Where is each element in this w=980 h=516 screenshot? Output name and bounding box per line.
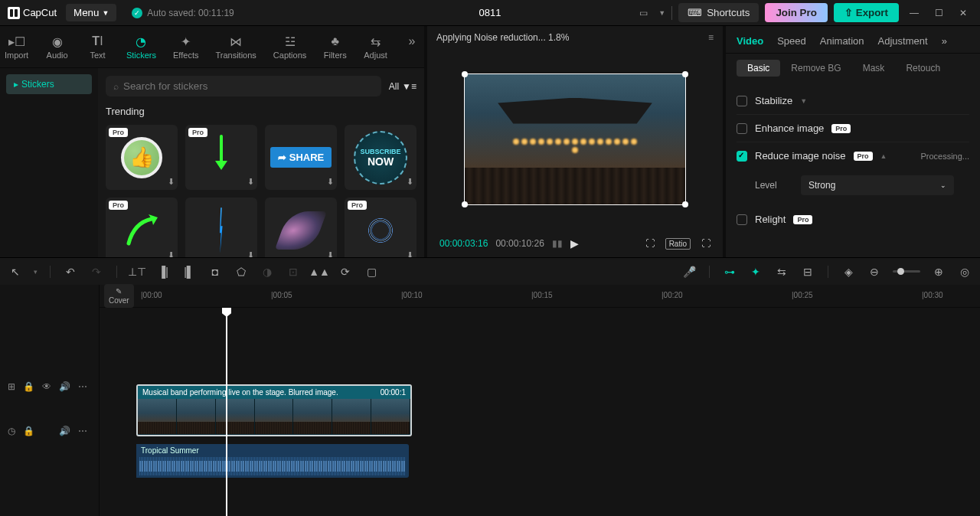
fullscreen-icon[interactable]: ⛶ xyxy=(701,238,710,249)
tabs-more-icon[interactable]: » xyxy=(942,35,947,47)
tab-audio[interactable]: ◉Audio xyxy=(44,31,70,63)
search-input-wrap[interactable]: ⌕ xyxy=(106,76,381,96)
export-button[interactable]: ⇧ Export xyxy=(834,3,899,22)
tab-animation[interactable]: Animation xyxy=(820,35,864,47)
magnet-icon[interactable]: ⊶ xyxy=(722,266,737,278)
search-input[interactable] xyxy=(123,80,374,92)
eye-icon[interactable]: 👁 xyxy=(42,381,51,392)
zoom-fit-icon[interactable]: ◎ xyxy=(957,266,972,278)
clock-icon[interactable]: ◷ xyxy=(8,426,15,436)
mute-icon[interactable]: 🔊 xyxy=(59,426,70,436)
mic-icon[interactable]: 🎤 xyxy=(681,266,697,278)
reduce-noise-checkbox[interactable] xyxy=(737,151,747,162)
tab-speed[interactable]: Speed xyxy=(777,35,806,47)
tab-effects[interactable]: ✦Effects xyxy=(172,31,200,63)
download-icon[interactable]: ⬇ xyxy=(327,250,334,257)
freeze-icon[interactable]: ⊡ xyxy=(286,266,301,278)
split-icon[interactable]: ⊥⊤ xyxy=(129,266,145,278)
subtab-removebg[interactable]: Remove BG xyxy=(780,60,851,77)
tab-text[interactable]: TIText xyxy=(84,31,111,63)
project-title[interactable]: 0811 xyxy=(479,7,501,18)
preview-canvas[interactable] xyxy=(436,49,714,230)
timeline-ruler[interactable]: ✎ Cover |00:00 |00:05 |00:10 |00:15 |00:… xyxy=(100,285,980,308)
video-clip[interactable]: Musical band performing live on the stag… xyxy=(136,384,412,436)
tab-video[interactable]: Video xyxy=(737,35,763,47)
preview-cut-icon[interactable]: ⊟ xyxy=(800,266,815,278)
link-icon[interactable]: ⇆ xyxy=(774,266,789,278)
sticker-wing[interactable]: ⬇ xyxy=(265,198,337,257)
playhead[interactable] xyxy=(226,308,227,516)
more-icon[interactable]: ⋯ xyxy=(78,426,87,436)
trim-right-icon[interactable]: |▌ xyxy=(181,266,197,278)
prev-frame-icon[interactable]: ▮▮ xyxy=(552,238,563,249)
ratio-button[interactable]: Ratio xyxy=(665,238,691,250)
relight-checkbox[interactable] xyxy=(737,214,747,225)
lock-icon[interactable]: 🔒 xyxy=(23,426,34,436)
tab-transitions[interactable]: ⋈Transitions xyxy=(214,31,257,63)
sticker-arrow-down[interactable]: Pro⬇ xyxy=(185,125,257,190)
zoom-out-icon[interactable]: ⊖ xyxy=(867,266,882,278)
undo-icon[interactable]: ↶ xyxy=(63,266,78,278)
more-icon[interactable]: ⋯ xyxy=(78,381,87,392)
subtab-retouch[interactable]: Retouch xyxy=(895,60,951,77)
download-icon[interactable]: ⬇ xyxy=(407,177,413,187)
level-select[interactable]: Strong⌄ xyxy=(801,175,954,195)
stabilize-checkbox[interactable] xyxy=(737,96,747,106)
sticker-firework[interactable]: Pro⬇ xyxy=(345,198,416,257)
menu-button[interactable]: Menu▼ xyxy=(66,4,116,21)
sticker-arrow-curve[interactable]: Pro⬇ xyxy=(106,198,178,257)
shortcuts-button[interactable]: ⌨ Shortcuts xyxy=(678,3,759,22)
tracks-area[interactable]: Musical band performing live on the stag… xyxy=(100,308,980,516)
download-icon[interactable]: ⬇ xyxy=(327,177,334,187)
tab-adjust[interactable]: ⇆Adjust xyxy=(362,31,389,63)
zoom-in-icon[interactable]: ⊕ xyxy=(931,266,946,278)
join-pro-button[interactable]: Join Pro xyxy=(765,3,827,22)
sidebar-stickers[interactable]: ▸ Stickers xyxy=(6,74,92,94)
crop2-icon[interactable]: ▢ xyxy=(364,266,379,278)
play-button[interactable]: ▶ xyxy=(570,237,579,250)
tabs-more[interactable]: » xyxy=(403,31,421,63)
select-tool-icon[interactable]: ↖ xyxy=(8,266,23,278)
sticker-thumbs-up[interactable]: Pro👍⬇ xyxy=(106,125,178,190)
maximize-icon[interactable]: ☐ xyxy=(929,4,948,22)
zoom-slider[interactable] xyxy=(893,270,920,273)
crop-icon[interactable]: ◘ xyxy=(207,266,223,278)
download-icon[interactable]: ⬇ xyxy=(407,250,413,257)
expand-icon[interactable]: ⊞ xyxy=(8,381,15,392)
download-icon[interactable]: ⬇ xyxy=(168,177,175,187)
snap-icon[interactable]: ✦ xyxy=(748,266,763,278)
preview-menu-icon[interactable]: ≡ xyxy=(708,32,714,43)
resize-handle[interactable] xyxy=(682,71,688,77)
reverse-icon[interactable]: ◑ xyxy=(260,266,275,278)
rotate-icon[interactable]: ⟳ xyxy=(338,266,353,278)
mute-icon[interactable]: 🔊 xyxy=(59,381,70,392)
audio-clip[interactable]: Tropical Summer xyxy=(136,444,409,478)
resize-handle[interactable] xyxy=(462,71,468,77)
download-icon[interactable]: ⬇ xyxy=(247,250,254,257)
canvas-frame[interactable] xyxy=(464,73,686,205)
sticker-subscribe[interactable]: SUBSCRIBENOW⬇ xyxy=(345,125,416,190)
mask-icon[interactable]: ⬠ xyxy=(234,266,249,278)
tab-adjustment[interactable]: Adjustment xyxy=(878,35,928,47)
marker-icon[interactable]: ◈ xyxy=(841,266,856,278)
subtab-basic[interactable]: Basic xyxy=(737,60,780,77)
enhance-checkbox[interactable] xyxy=(737,123,747,134)
tab-filters[interactable]: ♣Filters xyxy=(322,31,348,63)
lock-icon[interactable]: 🔒 xyxy=(23,381,34,392)
cover-button[interactable]: ✎ Cover xyxy=(104,284,134,308)
download-icon[interactable]: ⬇ xyxy=(247,177,254,187)
trim-left-icon[interactable]: ▐| xyxy=(155,266,171,278)
tab-import[interactable]: ▸☐Import xyxy=(3,31,30,63)
layout-icon[interactable]: ▭ xyxy=(634,4,652,22)
filter-button[interactable]: All ▼≡ xyxy=(389,81,416,92)
resize-handle[interactable] xyxy=(682,201,688,207)
minimize-icon[interactable]: — xyxy=(905,4,923,22)
resize-handle[interactable] xyxy=(462,201,468,207)
close-icon[interactable]: ✕ xyxy=(954,4,972,22)
mirror-icon[interactable]: ▲▲ xyxy=(312,266,327,278)
subtab-mask[interactable]: Mask xyxy=(852,60,896,77)
sticker-lightning[interactable]: ⬇ xyxy=(185,198,257,257)
redo-icon[interactable]: ↷ xyxy=(89,266,104,278)
tab-captions[interactable]: ☳Captions xyxy=(272,31,308,63)
compare-icon[interactable]: ⛶ xyxy=(645,238,655,249)
